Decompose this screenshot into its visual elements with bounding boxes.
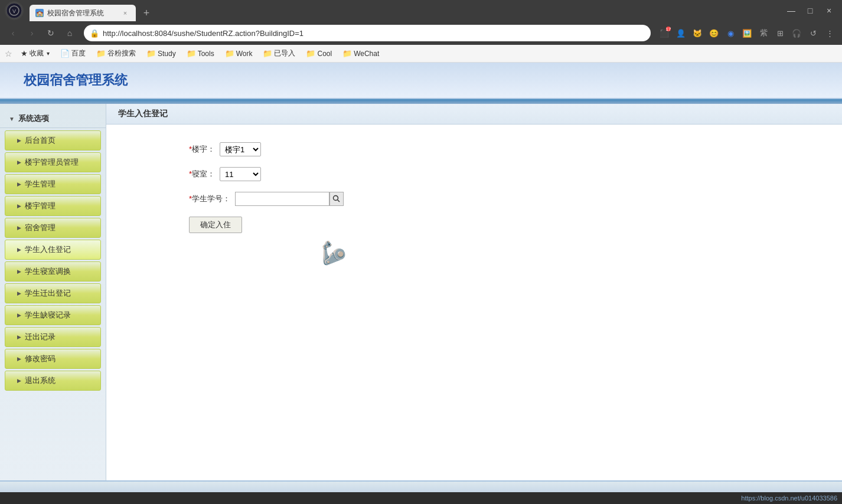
collections-arrow: ▾	[47, 50, 50, 57]
sidebar-item-change-password[interactable]: ▶ 修改密码	[5, 349, 101, 369]
back-button[interactable]: ‹	[5, 25, 21, 41]
bookmark-study[interactable]: 📁 Study	[142, 48, 181, 59]
room-required-star: *	[189, 169, 192, 178]
sidebar-item-student-label: 学生管理	[25, 179, 56, 189]
sidebar-item-room-change-arrow: ▶	[17, 269, 21, 274]
tab-favicon: 🏫	[35, 9, 44, 17]
page-title: 校园宿舍管理系统	[24, 71, 830, 89]
bookmark-study-label: Study	[158, 50, 176, 58]
bookmark-baidu[interactable]: 📄 百度	[56, 47, 90, 60]
sidebar-item-room-change-label: 学生寝室调换	[25, 266, 71, 277]
bookmark-cool[interactable]: 📁 Cool	[301, 48, 337, 59]
sidebar-item-checkout-arrow: ▶	[17, 290, 21, 296]
sidebar-item-room-change[interactable]: ▶ 学生寝室调换	[5, 261, 101, 282]
page-wrapper: 校园宿舍管理系统 ▼ 系统选项 ▶ 后台首页 ▶	[0, 63, 842, 492]
nav-icon-1[interactable]: 👤	[673, 25, 688, 41]
building-select[interactable]: 楼宇1 楼宇2 楼宇3	[220, 142, 261, 156]
sidebar-item-checkout[interactable]: ▶ 学生迁出登记	[5, 283, 101, 303]
nav-icon-grid[interactable]: ⊞	[772, 25, 788, 41]
bookmark-tools-label: Tools	[198, 50, 214, 58]
student-id-search-button[interactable]	[329, 192, 344, 206]
section-title: 学生入住登记	[118, 109, 168, 118]
sidebar-item-building-manager-label: 楼宇管理员管理	[25, 157, 79, 168]
nav-icon-3[interactable]: 😊	[706, 25, 722, 41]
sidebar-item-building-manager[interactable]: ▶ 楼宇管理员管理	[5, 152, 101, 172]
sidebar-item-building-arrow: ▶	[17, 203, 21, 209]
bookmark-wechat[interactable]: 📁 WeChat	[338, 48, 384, 59]
sidebar-item-student[interactable]: ▶ 学生管理	[5, 174, 101, 194]
wechat-folder-icon: 📁	[342, 49, 352, 58]
bookmark-star-icon[interactable]: ☆	[5, 49, 12, 58]
address-bar[interactable]: 🔒 http://localhost:8084/sushe/StudentRZ.…	[84, 25, 651, 41]
sidebar-item-dorm[interactable]: ▶ 宿舍管理	[5, 218, 101, 238]
footer-link[interactable]: https://blog.csdn.net/u014033586	[741, 495, 837, 502]
sidebar-header-label: 系统选项	[18, 113, 49, 124]
sidebar-item-change-password-arrow: ▶	[17, 356, 21, 362]
sidebar-item-absence-label: 学生缺寝记录	[25, 310, 71, 320]
sidebar: ▼ 系统选项 ▶ 后台首页 ▶ 楼宇管理员管理 ▶ 学生管理	[0, 104, 106, 480]
maximize-button[interactable]: □	[802, 2, 818, 19]
bookmark-work[interactable]: 📁 Work	[220, 48, 257, 59]
sidebar-item-checkin-arrow: ▶	[17, 247, 21, 253]
bookmark-collections[interactable]: ★ 收藏 ▾	[16, 47, 54, 60]
sidebar-item-building-manager-arrow: ▶	[17, 159, 21, 165]
browser-window: V 🏫 校园宿舍管理系统 × + — □ × ‹ › ↻ ⌂ 🔒 http://…	[0, 0, 842, 504]
tab-close-button[interactable]: ×	[120, 8, 130, 18]
security-icon: 🔒	[90, 29, 99, 38]
new-tab-button[interactable]: +	[138, 5, 155, 21]
bookmark-cool-label: Cool	[317, 50, 332, 58]
room-select[interactable]: 11 12 13 21	[220, 167, 261, 181]
submit-checkin-button[interactable]: 确定入住	[189, 217, 242, 233]
bookmark-imported[interactable]: 📁 已导入	[258, 47, 300, 60]
nav-icon-2[interactable]: 🐱	[690, 25, 705, 41]
nav-icon-chrome[interactable]: ◉	[723, 25, 738, 41]
reload-button[interactable]: ↻	[43, 25, 59, 41]
work-folder-icon: 📁	[225, 49, 234, 58]
tab-title: 校园宿舍管理系统	[47, 8, 117, 18]
collections-icon: ★	[21, 49, 28, 58]
sidebar-item-home[interactable]: ▶ 后台首页	[5, 130, 101, 150]
decoration-area: 🦾	[118, 233, 830, 292]
sidebar-item-checkout-label: 学生迁出登记	[25, 288, 71, 299]
sidebar-item-absence[interactable]: ▶ 学生缺寝记录	[5, 305, 101, 325]
sidebar-item-building-label: 楼宇管理	[25, 201, 56, 211]
sidebar-item-checkin[interactable]: ▶ 学生入住登记	[5, 240, 101, 260]
header-divider	[0, 99, 842, 104]
nav-icon-undo[interactable]: ↺	[805, 25, 821, 41]
study-folder-icon: 📁	[146, 49, 156, 58]
sidebar-item-checkout-record-label: 迁出记录	[25, 332, 56, 342]
bookmark-google-search[interactable]: 📁 谷粉搜索	[92, 47, 141, 60]
sidebar-header: ▼ 系统选项	[0, 110, 106, 128]
sidebar-item-logout[interactable]: ▶ 退出系统	[5, 371, 101, 391]
sidebar-item-change-password-label: 修改密码	[25, 354, 56, 364]
cursor-decoration: 🦾	[315, 235, 349, 268]
sidebar-item-building[interactable]: ▶ 楼宇管理	[5, 196, 101, 216]
sidebar-item-dorm-label: 宿舍管理	[25, 222, 56, 233]
sidebar-item-checkout-record[interactable]: ▶ 迁出记录	[5, 327, 101, 347]
tools-folder-icon: 📁	[187, 49, 196, 58]
minimize-button[interactable]: —	[783, 2, 799, 19]
address-text: http://localhost:8084/sushe/StudentRZ.ac…	[103, 29, 645, 38]
svg-point-3	[334, 196, 338, 201]
extensions-icon[interactable]: ⬛ 17	[657, 25, 672, 41]
close-window-button[interactable]: ×	[821, 2, 837, 19]
nav-icon-4[interactable]: 🖼️	[739, 25, 755, 41]
bookmark-google-search-label: 谷粉搜索	[107, 48, 136, 58]
nav-icon-5[interactable]: 紫	[756, 25, 771, 41]
cool-folder-icon: 📁	[306, 49, 315, 58]
nav-menu-button[interactable]: ⋮	[822, 25, 837, 41]
student-id-input[interactable]	[235, 192, 329, 206]
bookmark-tools[interactable]: 📁 Tools	[182, 48, 219, 59]
sidebar-item-checkin-label: 学生入住登记	[25, 244, 71, 255]
home-button[interactable]: ⌂	[61, 25, 78, 41]
room-label: *寝室：	[189, 169, 215, 179]
badge-count: 17	[666, 27, 671, 31]
student-id-label: *学生学号：	[189, 194, 230, 204]
sidebar-header-arrow: ▼	[9, 116, 15, 122]
page-header: 校园宿舍管理系统	[0, 63, 842, 99]
active-tab[interactable]: 🏫 校园宿舍管理系统 ×	[30, 5, 136, 21]
sidebar-item-logout-arrow: ▶	[17, 378, 21, 384]
nav-icon-headphone[interactable]: 🎧	[789, 25, 804, 41]
bookmark-collections-label: 收藏	[30, 48, 44, 58]
forward-button[interactable]: ›	[24, 25, 40, 41]
